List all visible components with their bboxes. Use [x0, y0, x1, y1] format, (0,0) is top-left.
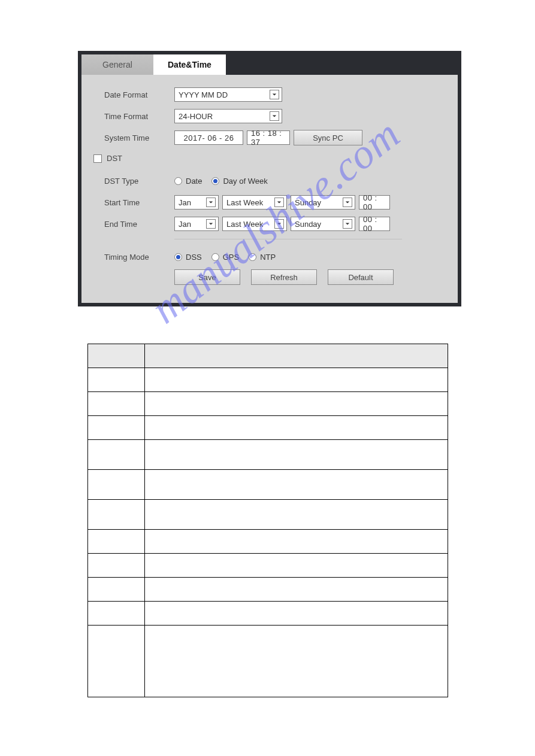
radio-circle-icon [211, 177, 219, 185]
radio-timing-ntp[interactable]: NTP [249, 253, 276, 262]
radio-timing-ntp-label: NTP [260, 253, 276, 262]
settings-window: General Date&Time Date Format YYYY MM DD… [78, 51, 461, 306]
table-header-row [88, 344, 448, 368]
label-end-time: End Time [93, 220, 174, 229]
tab-bar: General Date&Time [81, 54, 458, 75]
table-row [88, 626, 448, 697]
select-date-format[interactable]: YYYY MM DD [174, 87, 282, 102]
radio-dst-dow-label: Day of Week [223, 177, 267, 186]
separator [174, 239, 402, 239]
dst-row: DST [93, 154, 174, 165]
table-row [88, 392, 448, 416]
table-row [88, 602, 448, 626]
select-start-week[interactable]: Last Week [222, 195, 287, 210]
select-start-day-value: Sunday [295, 198, 321, 207]
chevron-down-icon [270, 90, 279, 99]
label-date-format: Date Format [93, 90, 174, 99]
select-time-format[interactable]: 24-HOUR [174, 109, 282, 123]
radio-timing-dss-label: DSS [186, 253, 202, 262]
table-row [88, 530, 448, 554]
input-start-time[interactable]: 00 : 00 [359, 195, 390, 210]
input-end-time[interactable]: 00 : 00 [359, 217, 390, 231]
radio-timing-dss[interactable]: DSS [174, 253, 202, 262]
label-system-time: System Time [93, 133, 174, 142]
input-system-time[interactable]: 16 : 18 : 37 [247, 130, 290, 145]
select-start-day[interactable]: Sunday [291, 195, 355, 210]
table-row [88, 440, 448, 470]
tab-datetime[interactable]: Date&Time [153, 54, 226, 75]
select-end-week-value: Last Week [226, 220, 263, 229]
chevron-down-icon [274, 219, 284, 229]
table-header-cell [88, 344, 145, 368]
radio-dst-date-label: Date [186, 177, 202, 186]
select-end-day-value: Sunday [295, 220, 321, 229]
select-start-week-value: Last Week [226, 198, 263, 207]
input-system-date[interactable]: 2017- 06 - 26 [174, 130, 243, 145]
select-end-day[interactable]: Sunday [291, 217, 355, 231]
label-start-time: Start Time [93, 198, 174, 207]
radio-circle-icon [211, 253, 219, 261]
chevron-down-icon [274, 198, 284, 207]
save-button[interactable]: Save [174, 269, 240, 285]
checkbox-box-icon [93, 154, 102, 163]
chevron-down-icon [343, 219, 352, 229]
table-row [88, 578, 448, 602]
select-start-month[interactable]: Jan [174, 195, 219, 210]
select-time-format-value: 24-HOUR [179, 112, 213, 121]
radio-circle-icon [174, 177, 182, 185]
label-dst: DST [107, 154, 122, 163]
select-date-format-value: YYYY MM DD [179, 90, 228, 99]
label-time-format: Time Format [93, 112, 174, 121]
select-end-month-value: Jan [179, 220, 191, 229]
table-row [88, 416, 448, 440]
tab-general[interactable]: General [81, 54, 153, 75]
label-timing-mode: Timing Mode [93, 253, 174, 262]
select-end-week[interactable]: Last Week [222, 217, 287, 231]
radio-dst-date[interactable]: Date [174, 177, 202, 186]
doc-table [87, 344, 448, 697]
checkbox-dst[interactable]: DST [93, 154, 122, 163]
chevron-down-icon [343, 198, 352, 207]
chevron-down-icon [270, 111, 279, 121]
select-end-month[interactable]: Jan [174, 217, 219, 231]
table-row [88, 470, 448, 500]
radio-circle-icon [174, 253, 182, 261]
radio-timing-gps[interactable]: GPS [211, 253, 239, 262]
chevron-down-icon [206, 219, 216, 229]
table-row [88, 500, 448, 530]
radio-timing-gps-label: GPS [223, 253, 239, 262]
chevron-down-icon [206, 198, 216, 207]
select-start-month-value: Jan [179, 198, 191, 207]
sync-pc-button[interactable]: Sync PC [294, 130, 362, 145]
radio-dst-dow[interactable]: Day of Week [211, 177, 267, 186]
label-dst-type: DST Type [93, 177, 174, 186]
panel-datetime: Date Format YYYY MM DD Time Format 24-HO… [81, 75, 458, 303]
radio-circle-icon [249, 253, 256, 261]
table-header-cell [145, 344, 448, 368]
refresh-button[interactable]: Refresh [251, 269, 317, 285]
table-row [88, 554, 448, 578]
table-row [88, 368, 448, 392]
default-button[interactable]: Default [328, 269, 394, 285]
